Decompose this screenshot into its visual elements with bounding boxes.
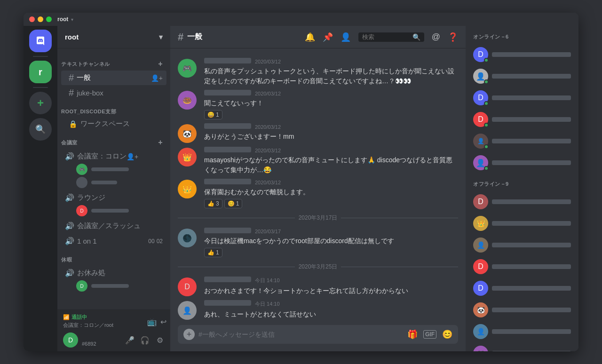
server-icon-discord[interactable] xyxy=(29,30,52,52)
offline-member-3[interactable]: 👤 xyxy=(469,235,575,255)
settings-button[interactable]: ⚙ xyxy=(153,333,166,347)
add-member-icon[interactable]: 👤+ xyxy=(127,153,138,160)
message-group-10: 👤 今日 14:10 あれ、ミュートがとれなくて話せない xyxy=(170,298,466,322)
gift-icon[interactable]: 🎁 xyxy=(407,329,418,340)
voice-member-2 xyxy=(65,176,163,189)
offline-member-8[interactable]: 🎮 xyxy=(469,343,575,351)
add-server-button[interactable]: + xyxy=(29,92,52,114)
channel-general[interactable]: # 一般 👤+ xyxy=(61,71,166,85)
channel-jukebox[interactable]: # juke-box xyxy=(61,86,166,100)
add-voice-channel-icon[interactable]: + xyxy=(158,138,163,147)
channel-name-jukebox: juke-box xyxy=(77,89,163,97)
online-member-1[interactable]: D xyxy=(469,44,575,65)
discover-servers-button[interactable]: 🔍 xyxy=(29,118,52,141)
member-avatar-offline-1: D xyxy=(473,194,488,209)
status-bar: 📶 通話中 会議室：コロン／root 📺 ↩ D #6892 xyxy=(57,309,170,351)
count-right: 02 xyxy=(157,238,163,245)
member-name-bar-lounge xyxy=(91,209,129,213)
divider-line-right-2 xyxy=(341,267,458,267)
server-icon-r[interactable]: r xyxy=(29,61,52,83)
attach-button[interactable]: + xyxy=(183,329,195,340)
message-header-9: 今日 14:10 xyxy=(204,277,458,284)
message-avatar-5: 👑 xyxy=(178,180,197,198)
server-divider-2 xyxy=(33,87,48,88)
username-bar-5 xyxy=(204,179,251,184)
online-member-2[interactable]: 👤 xyxy=(469,66,575,87)
mute-button[interactable]: 🎤 xyxy=(123,333,136,347)
voice-channel-rest-header[interactable]: 🔊 お休み処 xyxy=(65,267,163,279)
search-box[interactable]: 🔍 xyxy=(358,32,424,42)
category-rest[interactable]: 休暇 xyxy=(57,249,170,265)
member-name-off-2 xyxy=(492,221,571,226)
channel-name: 一般 xyxy=(77,73,151,82)
voice-channel-slash-header[interactable]: 🔊 会議室／スラッシュ xyxy=(65,220,163,232)
category-text-channels[interactable]: テキストチャンネル + xyxy=(57,52,170,70)
volume-icon-rest: 🔊 xyxy=(65,269,74,277)
reaction-emoji: 😄 xyxy=(207,111,214,118)
add-user-icon[interactable]: 👤+ xyxy=(151,74,163,82)
members-icon[interactable]: 👤 xyxy=(341,32,351,42)
server-header[interactable]: root ▾ xyxy=(57,26,170,48)
member-avatar-online-1: D xyxy=(473,47,488,62)
online-member-6[interactable]: 👤 xyxy=(469,152,575,173)
message-avatar-1: 🎮 xyxy=(178,59,197,78)
reaction-smile-5[interactable]: 😊 1 xyxy=(224,199,243,208)
gif-button[interactable]: GIF xyxy=(423,330,436,339)
member-avatar-offline-7: 👤 xyxy=(473,324,488,339)
message-group-1: 🎮 2020/03/12 私の音声をプッシュトゥトークという、キーボード押した時… xyxy=(170,56,466,88)
voice-channel-colon-header[interactable]: 🔊 会議室：コロン 👤+ xyxy=(65,150,163,163)
channel-workspace[interactable]: 🔒 ワークスペース xyxy=(61,118,166,130)
pin-icon[interactable]: 📌 xyxy=(323,32,333,42)
online-member-5[interactable]: 👤 xyxy=(469,131,575,151)
online-member-3[interactable]: D xyxy=(469,87,575,108)
message-avatar-7: 🌑 xyxy=(178,229,197,247)
right-sidebar: オンライン－6 D 👤 D xyxy=(466,26,578,351)
offline-member-2[interactable]: 👑 xyxy=(469,213,575,234)
voice-channel-lounge-header[interactable]: 🔊 ラウンジ xyxy=(65,191,163,204)
help-icon[interactable]: ❓ xyxy=(448,32,458,42)
category-meeting-room[interactable]: 会議室 + xyxy=(57,131,170,149)
member-avatar-online-3: D xyxy=(473,90,488,105)
voice-channel-1on1-header[interactable]: 🔊 1 on 1 00 02 xyxy=(65,235,163,247)
offline-member-6[interactable]: 🐼 xyxy=(469,300,575,320)
status-dot-6 xyxy=(484,166,489,171)
reaction-thumbsup-5[interactable]: 👍 3 xyxy=(204,199,222,208)
volume-icon-2: 🔊 xyxy=(65,193,74,202)
close-button[interactable] xyxy=(29,16,35,22)
member-avatar-lounge: D xyxy=(76,205,87,216)
divider-line-left-2 xyxy=(178,267,295,267)
offline-member-4[interactable]: D xyxy=(469,256,575,277)
disconnect-button[interactable]: ↩ xyxy=(160,317,166,326)
member-avatar-online-4: D xyxy=(473,112,488,127)
deafen-button[interactable]: 🎧 xyxy=(138,333,151,347)
message-input[interactable] xyxy=(198,331,404,338)
category-root-discode[interactable]: ROOT_DISCODE支部 xyxy=(57,101,170,117)
search-input[interactable] xyxy=(362,33,410,40)
status-dot-4 xyxy=(484,123,489,127)
message-text-2: 聞こえてないっす！ xyxy=(204,98,458,108)
online-member-4[interactable]: D xyxy=(469,109,575,130)
member-name-4 xyxy=(492,117,571,122)
notification-bell-icon[interactable]: 🔔 xyxy=(305,32,315,42)
minimize-button[interactable] xyxy=(38,16,43,22)
offline-member-7[interactable]: 👤 xyxy=(469,321,575,342)
at-icon[interactable]: @ xyxy=(432,32,440,42)
voice-channel-name-lounge: ラウンジ xyxy=(77,193,105,202)
screen-share-button[interactable]: 📺 xyxy=(147,317,157,326)
channel-name-workspace: ワークスペース xyxy=(80,119,163,128)
message-group-2: 🍩 2020/03/12 聞こえてないっす！ 😄 1 xyxy=(170,88,466,121)
volume-icon-4: 🔊 xyxy=(65,237,74,245)
reaction-laugh[interactable]: 😄 1 xyxy=(204,110,222,119)
add-channel-icon[interactable]: + xyxy=(158,60,163,68)
category-label-rest: 休暇 xyxy=(61,256,72,263)
title-text: root xyxy=(57,16,68,23)
message-header-5: 2020/03/12 xyxy=(204,179,458,185)
reaction-thumbsup-7[interactable]: 👍 1 xyxy=(204,248,222,257)
voice-channel-lounge: 🔊 ラウンジ D xyxy=(61,190,166,218)
offline-member-1[interactable]: D xyxy=(469,191,575,212)
emoji-button[interactable]: 😊 xyxy=(442,329,452,340)
maximize-button[interactable] xyxy=(46,16,52,22)
offline-member-5[interactable]: D xyxy=(469,278,575,299)
member-avatar-online-5: 👤 xyxy=(473,134,488,149)
username-bar-9 xyxy=(204,277,251,282)
